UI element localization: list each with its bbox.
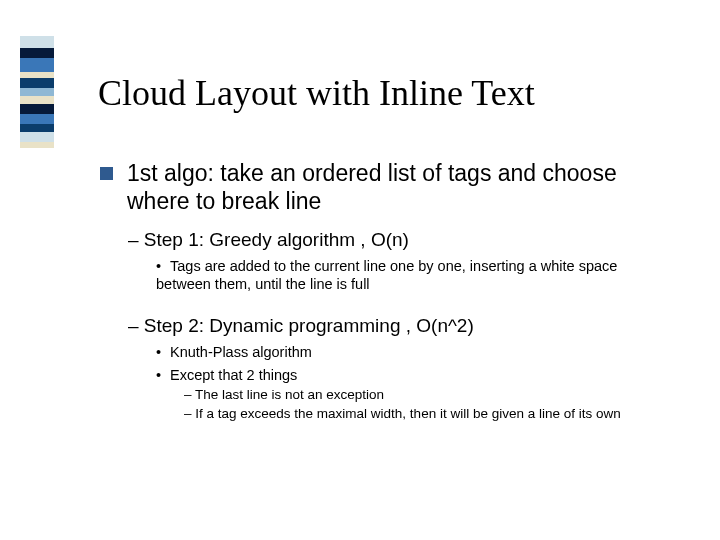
- step2-item-text: Except that 2 things: [170, 367, 297, 383]
- slide-content: 1st algo: take an ordered list of tags a…: [100, 160, 660, 423]
- bullet-level1-text: 1st algo: take an ordered list of tags a…: [127, 160, 660, 215]
- step2-item: •Except that 2 things: [156, 366, 660, 384]
- step2-item-text: Knuth-Plass algorithm: [170, 344, 312, 360]
- slide-title: Cloud Layout with Inline Text: [98, 72, 535, 114]
- square-bullet-icon: [100, 167, 113, 180]
- step2-subitem: – If a tag exceeds the maximal width, th…: [184, 405, 660, 423]
- step1-item: •Tags are added to the current line one …: [156, 257, 660, 293]
- step2-subitem: – The last line is not an exception: [184, 386, 660, 404]
- slide-decor-bar: [20, 36, 54, 148]
- step2-item: •Knuth-Plass algorithm: [156, 343, 660, 361]
- step2-heading: – Step 2: Dynamic programming , O(n^2): [128, 315, 660, 337]
- step1-item-text: Tags are added to the current line one b…: [156, 258, 617, 292]
- step2-subitem-text: The last line is not an exception: [195, 387, 384, 402]
- step1-heading: – Step 1: Greedy algorithm , O(n): [128, 229, 660, 251]
- bullet-level1: 1st algo: take an ordered list of tags a…: [100, 160, 660, 215]
- step2-subitem-text: If a tag exceeds the maximal width, then…: [195, 406, 620, 421]
